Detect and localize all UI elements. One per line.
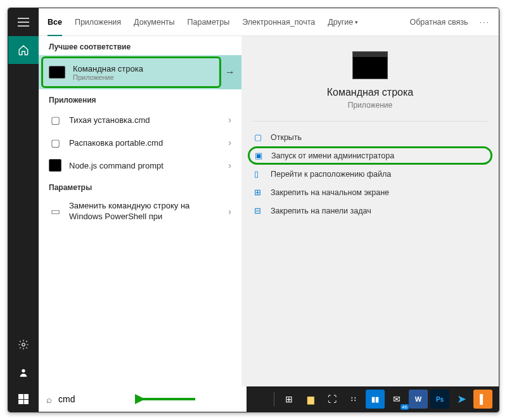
section-settings: Параметры (39, 177, 241, 196)
tab-settings[interactable]: Параметры (188, 8, 230, 36)
taskbar: ⌕ ⊞ ▆ ⛶ ∷ ▮▮ ✉ W Ps ➤ ▌ (8, 386, 499, 412)
preview-subtitle: Приложение (241, 101, 499, 110)
telegram-icon[interactable]: ➤ (452, 390, 471, 409)
svg-point-1 (22, 369, 25, 372)
search-filter-tabs: Все Приложения Документы Параметры Элект… (39, 8, 499, 36)
app-result-1[interactable]: ▢ Распаковка portable.cmd › (39, 131, 241, 154)
search-results-body: Лучшее соответствие Командная строка При… (39, 36, 499, 386)
section-best-match: Лучшее соответствие (39, 36, 241, 55)
shield-icon: ▣ (255, 151, 265, 160)
expand-arrow-button[interactable]: → (219, 55, 241, 89)
action-open[interactable]: ▢Открыть (248, 128, 492, 146)
svg-point-0 (22, 343, 25, 347)
search-input[interactable] (58, 394, 239, 404)
tab-all[interactable]: Все (48, 8, 62, 36)
best-match-result[interactable]: Командная строка Приложение (39, 55, 219, 89)
windows-logo-icon (18, 394, 29, 404)
apps-icon[interactable]: ∷ (344, 390, 363, 409)
tab-apps[interactable]: Приложения (75, 8, 121, 36)
chevron-right-icon: › (228, 160, 231, 170)
sublime-icon[interactable]: ▌ (473, 390, 492, 409)
action-run-as-admin[interactable]: ▣Запуск от имени администратора (248, 146, 492, 165)
tab-email[interactable]: Электронная_почта (242, 8, 315, 36)
feedback-link[interactable]: Обратная связь (409, 8, 468, 36)
action-pin-taskbar[interactable]: ⊟Закрепить на панели задач (248, 201, 492, 220)
chevron-down-icon: ▾ (355, 19, 358, 25)
folder-icon: ▯ (254, 169, 264, 179)
settings-result-0[interactable]: ▭ Заменить командную строку на Windows P… (39, 196, 241, 227)
search-icon: ⌕ (46, 394, 52, 405)
app-result-0[interactable]: ▢ Тихая установка.cmd › (39, 108, 241, 131)
home-icon[interactable] (8, 36, 39, 64)
best-match-subtitle: Приложение (73, 73, 209, 81)
action-open-location[interactable]: ▯Перейти к расположению файла (248, 165, 492, 183)
settings-icon: ▭ (49, 205, 61, 218)
gear-icon[interactable] (8, 331, 39, 359)
taskbar-tray: ⊞ ▆ ⛶ ∷ ▮▮ ✉ W Ps ➤ ▌ (271, 390, 499, 409)
tab-documents[interactable]: Документы (134, 8, 174, 36)
manager-icon[interactable]: ▮▮ (366, 390, 385, 409)
start-button[interactable] (8, 386, 39, 412)
hamburger-menu-icon[interactable] (8, 8, 39, 36)
chevron-right-icon: › (228, 137, 231, 148)
explorer-icon[interactable]: ▆ (301, 390, 320, 409)
tab-more[interactable]: Другие▾ (328, 8, 358, 36)
more-options-icon[interactable]: ··· (480, 8, 490, 36)
profile-icon[interactable] (8, 359, 39, 386)
word-icon[interactable]: W (409, 390, 428, 409)
file-icon: ▢ (49, 136, 61, 149)
pin-icon: ⊟ (254, 206, 264, 215)
store-icon[interactable]: ⛶ (323, 390, 342, 409)
section-apps: Приложения (39, 89, 241, 108)
photoshop-icon[interactable]: Ps (430, 390, 449, 409)
pin-icon: ⊞ (254, 188, 264, 197)
chevron-right-icon: › (228, 115, 231, 125)
taskbar-search[interactable]: ⌕ (39, 386, 247, 412)
results-list-column: Лучшее соответствие Командная строка При… (39, 36, 241, 386)
mail-icon[interactable]: ✉ (387, 390, 406, 409)
chevron-right-icon: › (228, 207, 231, 217)
file-icon: ▢ (49, 113, 61, 126)
cmd-icon (49, 66, 65, 79)
best-match-title: Командная строка (73, 64, 209, 73)
action-pin-start[interactable]: ⊞Закрепить на начальном экране (248, 183, 492, 201)
terminal-icon (49, 159, 61, 172)
task-view-icon[interactable]: ⊞ (279, 390, 298, 409)
preview-title: Командная строка (241, 87, 499, 98)
preview-app-icon (352, 51, 388, 79)
app-result-2[interactable]: Node.js command prompt › (39, 154, 241, 177)
open-icon: ▢ (254, 132, 264, 142)
preview-pane: Командная строка Приложение ▢Открыть ▣За… (241, 36, 499, 386)
search-left-rail (8, 8, 39, 386)
